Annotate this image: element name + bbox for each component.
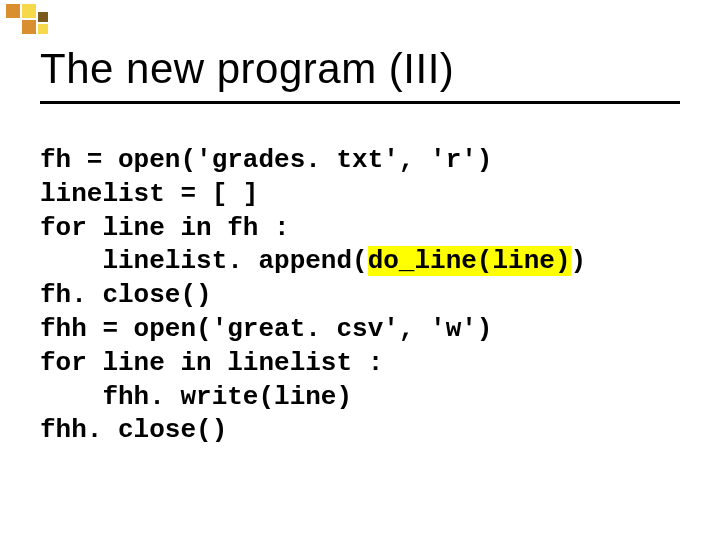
code-line-6: fhh = open('great. csv', 'w') [40,314,492,344]
code-line-2: linelist = [ ] [40,179,258,209]
code-line-1: fh = open('grades. txt', 'r') [40,145,492,175]
code-line-7: for line in linelist : [40,348,383,378]
title-area: The new program (III) [0,0,720,104]
code-line-9: fhh. close() [40,415,227,445]
code-line-5: fh. close() [40,280,212,310]
code-line-4a: linelist. append( [40,246,368,276]
code-line-3: for line in fh : [40,213,290,243]
code-line-8: fhh. write(line) [40,382,352,412]
code-block: fh = open('grades. txt', 'r') linelist =… [0,104,720,448]
code-line-4c: ) [571,246,587,276]
code-line-4-highlight: do_line(line) [368,246,571,276]
slide-title: The new program (III) [40,45,680,93]
